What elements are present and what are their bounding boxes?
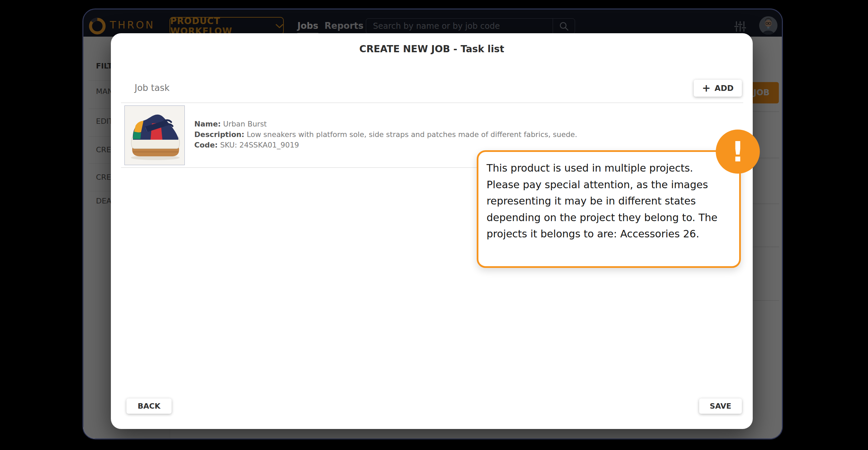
sneaker-image [125, 106, 184, 165]
name-label: Name: [194, 120, 221, 128]
code-value: SKU: 24SSKA01_9019 [220, 141, 299, 149]
alert-icon: ! [716, 130, 760, 174]
add-task-button[interactable]: + ADD [694, 80, 742, 97]
task-description-row: Description:Low sneakers with platform s… [194, 129, 577, 140]
screen: JOB FILTE MAN EDIT CREA CREA DEAD THRON … [0, 0, 868, 450]
multi-project-warning-callout: This product is used in multiple project… [477, 150, 741, 268]
description-value: Low sneakers with platform sole, side st… [247, 130, 577, 139]
plus-icon: + [702, 83, 710, 93]
section-divider [121, 102, 743, 103]
exclamation-glyph: ! [731, 136, 744, 168]
warning-text: This product is used in multiple project… [487, 160, 729, 242]
modal-title-sub: - Task list [450, 43, 504, 55]
modal-title: CREATE NEW JOB - Task list [111, 43, 753, 55]
job-task-label: Job task [135, 83, 170, 93]
name-value: Urban Burst [223, 120, 267, 128]
task-code-row: Code:SKU: 24SSKA01_9019 [194, 140, 577, 150]
task-details: Name:Urban Burst Description:Low sneaker… [194, 119, 577, 150]
save-button[interactable]: SAVE [699, 398, 742, 414]
description-label: Description: [194, 130, 244, 139]
product-thumbnail [124, 105, 185, 165]
task-name-row: Name:Urban Burst [194, 119, 577, 129]
modal-title-main: CREATE NEW JOB [359, 43, 450, 55]
add-task-button-label: ADD [715, 84, 734, 93]
code-label: Code: [194, 141, 218, 149]
back-button[interactable]: BACK [126, 398, 172, 414]
